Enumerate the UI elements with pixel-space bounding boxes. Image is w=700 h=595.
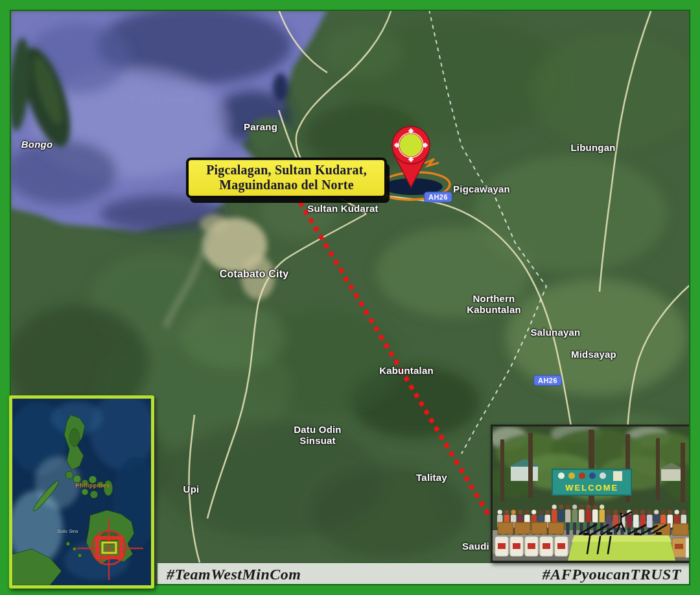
callout-line1: Pigcalagan, Sultan Kudarat,	[192, 163, 380, 178]
google-watermark: © 2023 Google	[130, 95, 195, 104]
surrender-photo-inset: WELCOME	[491, 425, 694, 563]
hashtag-bar: #TeamWestMinCom #AFPyoucanTRUST	[158, 563, 690, 585]
location-callout: Pigcalagan, Sultan Kudarat, Maguindanao …	[186, 158, 387, 198]
callout-line2: Maguindanao del Norte	[192, 178, 380, 192]
philippines-inset-art	[12, 399, 151, 585]
photo-art: WELCOME	[493, 426, 692, 561]
hashtag-right: #AFPyoucanTRUST	[542, 566, 681, 583]
welcome-banner-text: WELCOME	[565, 483, 618, 493]
welcome-banner: WELCOME	[552, 469, 631, 495]
philippines-inset-map: Philippines Sulu Sea	[9, 395, 154, 589]
display-table	[568, 535, 675, 561]
hashtag-left: #TeamWestMinCom	[167, 566, 301, 583]
